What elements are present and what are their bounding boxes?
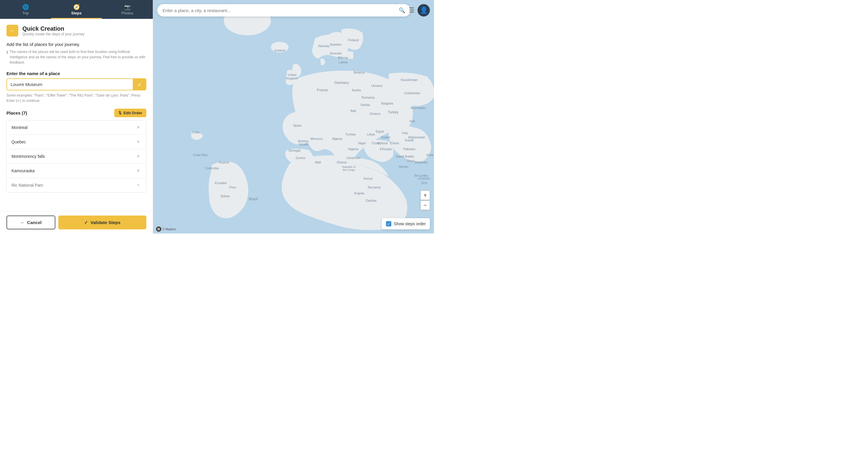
place-input[interactable] [6, 78, 133, 90]
remove-kamouraska-button[interactable]: × [135, 167, 141, 174]
svg-text:Finland: Finland [348, 38, 359, 42]
svg-text:Chad: Chad [372, 141, 379, 145]
zoom-out-button[interactable]: − [421, 200, 430, 210]
svg-text:Egypt: Egypt [376, 130, 384, 133]
map-search-bar: 🔍 [157, 4, 410, 17]
svg-text:Costa Rica: Costa Rica [193, 153, 208, 157]
remove-quebec-button[interactable]: × [135, 139, 141, 145]
photos-icon: 📷 [124, 4, 131, 10]
svg-text:Mali: Mali [315, 160, 321, 164]
svg-text:France: France [317, 88, 328, 92]
svg-text:Peru: Peru [229, 186, 236, 189]
validate-label: Validate Steps [90, 220, 120, 225]
svg-text:Brazil: Brazil [249, 197, 258, 201]
list-item: Kamouraska × [7, 164, 146, 178]
svg-text:Djibouti: Djibouti [378, 142, 388, 145]
map-svg: Iceland Sweden Finland Norway United Kin… [153, 0, 434, 234]
svg-text:Cuba: Cuba [192, 131, 199, 134]
page-title: Quick Creation [22, 25, 85, 32]
mapbox-text: © Mapbox [162, 228, 176, 231]
list-item: Montmorency falls × [7, 149, 146, 164]
map-area: Iceland Sweden Finland Norway United Kin… [153, 0, 434, 234]
show-steps-checkbox[interactable]: ✓ [386, 221, 391, 226]
edit-order-button[interactable]: ⇅ Edit Order [114, 108, 146, 117]
remove-montreal-button[interactable]: × [135, 124, 141, 131]
svg-text:Saudi Arabia: Saudi Arabia [396, 155, 414, 158]
svg-text:Eritrea: Eritrea [390, 142, 399, 145]
input-row: ✓ [6, 78, 146, 90]
page-subtitle: Quickly create the steps of your journey [22, 32, 85, 36]
svg-text:Iceland: Iceland [274, 49, 285, 52]
svg-text:Sudan: Sudan [381, 135, 391, 139]
place-name: Montmorency falls [11, 154, 45, 159]
svg-text:Austria: Austria [351, 89, 361, 92]
svg-text:Kingdom: Kingdom [286, 77, 298, 80]
steps-icon: 🧭 [73, 4, 80, 10]
svg-text:Sahara: Sahara [299, 143, 308, 146]
validate-icon: ✓ [84, 220, 88, 225]
list-item: Quebec × [7, 135, 146, 149]
show-steps-order-container[interactable]: ✓ Show steps order [382, 218, 430, 229]
svg-text:Azerbaijan: Azerbaijan [410, 106, 426, 110]
svg-text:Pakistan: Pakistan [403, 147, 415, 151]
remove-ric-button[interactable]: × [135, 182, 141, 188]
svg-text:Oman: Oman [407, 159, 414, 162]
nav-item-photos[interactable]: 📷 Photos [102, 0, 153, 19]
nav-item-trip[interactable]: 🌐 Trip [0, 0, 51, 19]
nav-steps-label: Steps [71, 11, 82, 15]
description-main: Add the list of places for your journey. [6, 42, 146, 47]
svg-text:Colombia: Colombia [205, 166, 219, 170]
map-menu-button[interactable]: ☰ [409, 6, 414, 14]
edit-order-label: Edit Order [123, 111, 142, 115]
svg-text:Norway: Norway [318, 44, 330, 48]
svg-text:Western: Western [298, 139, 309, 143]
svg-text:Latvia: Latvia [339, 60, 347, 64]
svg-text:Zambia: Zambia [366, 199, 377, 202]
cancel-button[interactable]: ← Cancel [6, 216, 55, 229]
svg-text:Ghana: Ghana [337, 160, 346, 164]
svg-text:Tunisia: Tunisia [345, 132, 356, 136]
svg-text:India: India [426, 153, 434, 157]
input-confirm-button[interactable]: ✓ [133, 78, 146, 90]
remove-montmorency-button[interactable]: × [135, 153, 141, 160]
svg-text:Morocco: Morocco [310, 137, 323, 141]
svg-text:Kenya: Kenya [363, 177, 373, 180]
places-count: (7) [22, 111, 27, 116]
svg-text:Greece: Greece [370, 112, 380, 116]
svg-text:Kazakhstan: Kazakhstan [401, 78, 417, 82]
svg-text:Ukraine: Ukraine [371, 84, 382, 88]
svg-text:Ecuador: Ecuador [215, 181, 227, 185]
svg-text:Niger: Niger [358, 141, 366, 145]
zoom-in-button[interactable]: + [421, 190, 430, 200]
user-avatar[interactable]: 👤 [417, 4, 430, 17]
place-name: Quebec [11, 139, 26, 144]
top-nav: 🌐 Trip 🧭 Steps 📷 Photos [0, 0, 153, 19]
back-button[interactable]: ← [6, 25, 18, 36]
svg-text:Turkey: Turkey [388, 110, 398, 114]
svg-text:Iraq: Iraq [402, 131, 408, 134]
place-name: Ric National Parc [11, 183, 43, 188]
left-panel: 🌐 Trip 🧭 Steps 📷 Photos ← Quick Creation… [0, 0, 153, 234]
place-name: Kamouraska [11, 168, 35, 173]
list-item: Montreal × [7, 120, 146, 135]
mapbox-attribution: M © Mapbox [156, 226, 176, 232]
svg-text:Romania: Romania [362, 96, 375, 99]
svg-text:Guinea: Guinea [296, 156, 305, 160]
svg-text:Senegal: Senegal [288, 149, 300, 152]
info-icon: ℹ [6, 50, 8, 65]
places-title-text: Places [6, 111, 21, 116]
svg-text:Sweden: Sweden [330, 43, 342, 46]
svg-text:Serbia: Serbia [361, 103, 370, 106]
place-name: Montreal [11, 125, 27, 130]
svg-text:Iran: Iran [409, 119, 415, 123]
nav-trip-label: Trip [22, 11, 29, 15]
svg-text:Germany: Germany [334, 81, 349, 85]
places-title: Places (7) [6, 111, 27, 116]
svg-text:Maldives: Maldives [414, 160, 428, 164]
validate-button[interactable]: ✓ Validate Steps [58, 216, 146, 229]
map-search-input[interactable] [162, 8, 396, 13]
svg-text:the Congo: the Congo [343, 168, 355, 172]
nav-item-steps[interactable]: 🧭 Steps [51, 0, 102, 19]
svg-text:Estonia: Estonia [338, 56, 348, 60]
places-header: Places (7) ⇅ Edit Order [6, 108, 146, 117]
